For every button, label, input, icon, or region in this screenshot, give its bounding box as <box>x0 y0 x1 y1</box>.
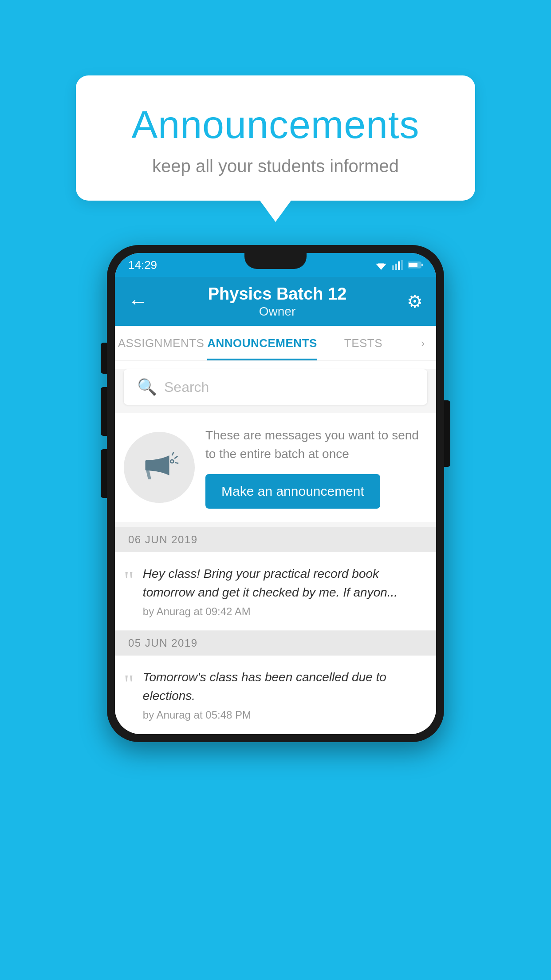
promo-content: These are messages you want to send to t… <box>205 426 423 509</box>
status-icons <box>375 260 423 270</box>
phone-screen: 14:29 <box>115 253 436 734</box>
search-placeholder: Search <box>164 379 209 395</box>
announcement-content-1: Hey class! Bring your practical record b… <box>143 565 423 618</box>
app-bar: ← Physics Batch 12 Owner ⚙ <box>115 277 436 326</box>
announcement-text-1: Hey class! Bring your practical record b… <box>143 565 423 602</box>
date-separator-1: 06 JUN 2019 <box>115 527 436 552</box>
announcement-content-2: Tomorrow's class has been cancelled due … <box>143 668 423 721</box>
tabs-bar: ASSIGNMENTS ANNOUNCEMENTS TESTS › <box>115 326 436 361</box>
back-button[interactable]: ← <box>128 290 148 312</box>
tab-announcements[interactable]: ANNOUNCEMENTS <box>207 326 317 360</box>
svg-point-10 <box>170 460 173 463</box>
phone-notch <box>244 253 307 269</box>
announcement-by-1: by Anurag at 09:42 AM <box>143 605 423 618</box>
date-separator-2: 05 JUN 2019 <box>115 631 436 656</box>
svg-line-13 <box>174 456 177 458</box>
volume-up-button[interactable] <box>101 343 107 374</box>
search-icon: 🔍 <box>137 378 157 396</box>
phone-outer: 14:29 <box>107 245 444 742</box>
announcement-item-2[interactable]: " Tomorrow's class has been cancelled du… <box>115 656 436 734</box>
bubble-title: Announcements <box>111 102 440 147</box>
tab-tests[interactable]: TESTS <box>317 326 409 360</box>
settings-button[interactable]: ⚙ <box>407 291 423 312</box>
svg-rect-2 <box>392 265 394 270</box>
svg-rect-5 <box>401 260 403 270</box>
app-bar-title: Physics Batch 12 <box>148 285 407 304</box>
status-time: 14:29 <box>128 258 157 272</box>
speech-bubble-card: Announcements keep all your students inf… <box>76 75 475 201</box>
volume-down-button[interactable] <box>101 387 107 436</box>
quote-icon-1: " <box>124 568 134 593</box>
promo-icon-circle <box>124 432 195 503</box>
svg-rect-9 <box>146 460 150 470</box>
power-button[interactable] <box>444 400 450 467</box>
content-area: 🔍 Search <box>115 369 436 734</box>
app-bar-title-block: Physics Batch 12 Owner <box>148 285 407 319</box>
megaphone-icon <box>139 447 179 487</box>
search-bar[interactable]: 🔍 Search <box>124 369 427 405</box>
tab-more[interactable]: › <box>409 326 436 360</box>
svg-line-11 <box>172 452 174 455</box>
app-bar-subtitle: Owner <box>148 304 407 319</box>
quote-icon-2: " <box>124 672 134 696</box>
tab-assignments[interactable]: ASSIGNMENTS <box>115 326 207 360</box>
battery-icon <box>408 261 423 269</box>
svg-rect-4 <box>398 261 400 270</box>
announcement-item-1[interactable]: " Hey class! Bring your practical record… <box>115 552 436 631</box>
promo-card: These are messages you want to send to t… <box>115 413 436 522</box>
announcement-by-2: by Anurag at 05:48 PM <box>143 709 423 721</box>
announcement-text-2: Tomorrow's class has been cancelled due … <box>143 668 423 705</box>
signal-icon <box>392 260 403 270</box>
make-announcement-button[interactable]: Make an announcement <box>205 474 380 509</box>
phone-mockup: 14:29 <box>107 245 444 742</box>
wifi-icon <box>375 260 387 270</box>
mute-button[interactable] <box>101 449 107 498</box>
svg-rect-7 <box>409 263 417 267</box>
bubble-subtitle: keep all your students informed <box>111 156 440 176</box>
svg-rect-3 <box>395 264 397 270</box>
svg-line-12 <box>175 462 178 463</box>
svg-rect-8 <box>421 264 423 266</box>
promo-description: These are messages you want to send to t… <box>205 426 423 463</box>
